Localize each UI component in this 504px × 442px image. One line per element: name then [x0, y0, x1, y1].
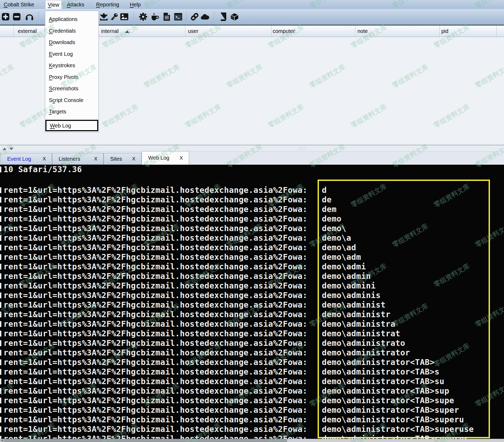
keystroke-text: de [322, 195, 332, 205]
view-menu-item-targets[interactable]: Targets [45, 106, 98, 117]
view-menu-item-proxy-pivots[interactable]: Proxy Pivots [45, 71, 98, 83]
request-text: rent=1&url=https%3A%2F%2Fhgcbizmail.host… [3, 386, 307, 396]
tabbar: Event LogXListenersXSitesXWeb LogX [0, 152, 504, 165]
request-text: rent=1&url=https%3A%2F%2Fhgcbizmail.host… [3, 281, 307, 291]
keystroke-text: demo\administrator<TAB>s [322, 367, 439, 377]
book-icon[interactable] [219, 12, 228, 21]
column-header-note[interactable]: note [355, 26, 440, 37]
tab-close-button[interactable]: X [130, 156, 141, 162]
cube-icon[interactable] [230, 12, 239, 21]
view-menu-item-credentials[interactable]: Credentials [45, 25, 98, 37]
screenshot-image-icon[interactable] [120, 12, 129, 21]
weblog-row: rent=1&url=https%3A%2F%2Fhgcbizmail.host… [0, 195, 504, 205]
request-text: rent=1&url=https%3A%2F%2Fhgcbizmail.host… [3, 243, 307, 252]
weblog-row: rent=1&url=https%3A%2F%2Fhgcbizmail.host… [0, 415, 504, 424]
clipped-char [0, 312, 1, 317]
clipped-char [0, 187, 1, 193]
splitter-bar[interactable]: ·········· [0, 145, 504, 152]
keystroke-text: demo\administrato [322, 338, 405, 348]
download-icon[interactable] [99, 12, 108, 21]
request-text: rent=1&url=https%3A%2F%2Fhgcbizmail.host… [3, 262, 307, 271]
scroll-left-button[interactable] [0, 439, 4, 442]
tab-label: Event Log [1, 156, 40, 162]
terminal-console-icon[interactable] [174, 12, 183, 21]
left-arrow-icon [1, 439, 3, 441]
view-menu-item-script-console[interactable]: Script Console [45, 95, 98, 106]
column-header-pid[interactable]: pid [440, 26, 497, 37]
keystroke-text: demo\admini [322, 281, 376, 291]
request-text: rent=1&url=https%3A%2F%2Fhgcbizmail.host… [3, 300, 307, 310]
menubar-item-help[interactable]: Help [127, 0, 143, 9]
tab-close-button[interactable]: X [177, 155, 189, 161]
useragent-text: 10 Safari/537.36 [3, 165, 82, 174]
keystroke-text: demo\administrator<TAB>super [322, 405, 459, 415]
menubar-item-view[interactable]: View [45, 0, 62, 9]
splitter-grip-icon[interactable]: ·········· [299, 146, 307, 150]
gear-icon[interactable] [139, 12, 148, 21]
weblog-row: rent=1&url=https%3A%2F%2Fhgcbizmail.host… [0, 348, 504, 358]
view-menu-item-screenshots[interactable]: Screenshots [45, 83, 98, 94]
column-header-internal[interactable]: internal [97, 26, 185, 37]
tab-listeners[interactable]: ListenersX [52, 153, 104, 165]
keystroke-text: demo\administrator<TAB>superus [322, 434, 469, 439]
tab-close-button[interactable]: X [40, 156, 52, 162]
keystroke-text: demo\administrator<TAB> [322, 358, 435, 367]
plus-icon[interactable] [1, 12, 10, 21]
cloud-icon[interactable] [200, 12, 210, 21]
report-document-icon[interactable] [162, 12, 171, 21]
horizontal-scrollbar[interactable] [0, 439, 504, 442]
cobalt-strike-window: Cobalt StrikeViewAttacksReportingHelp ex… [0, 0, 504, 442]
keystroke-text: demo\adminis [322, 291, 381, 300]
view-menu-item-applications[interactable]: Applications [45, 14, 98, 25]
weblog-row: rent=1&url=https%3A%2F%2Fhgcbizmail.host… [0, 205, 504, 214]
clipped-char [0, 436, 1, 439]
weblog-console[interactable]: 10 Safari/537.36rent=1&url=https%3A%2F%2… [0, 165, 504, 439]
tab-web-log[interactable]: Web LogX [142, 151, 189, 165]
request-text: rent=1&url=https%3A%2F%2Fhgcbizmail.host… [3, 358, 307, 367]
coffee-icon[interactable] [150, 12, 159, 21]
weblog-row: rent=1&url=https%3A%2F%2Fhgcbizmail.host… [0, 329, 504, 338]
column-header-computer[interactable]: computer [272, 26, 355, 37]
view-menu-item-event-log[interactable]: Event Log [45, 48, 98, 60]
header-trailing [497, 26, 504, 37]
minus-icon[interactable] [12, 12, 21, 21]
tab-close-button[interactable]: X [92, 156, 103, 162]
column-header-user[interactable]: user [185, 26, 272, 37]
request-text: rent=1&url=https%3A%2F%2Fhgcbizmail.host… [3, 195, 307, 205]
splitter-up-icon[interactable] [3, 148, 6, 150]
clipped-char [0, 388, 1, 394]
clipped-char [0, 407, 1, 413]
weblog-row: rent=1&url=https%3A%2F%2Fhgcbizmail.host… [0, 338, 504, 348]
menubar-item-cobalt-strike[interactable]: Cobalt Strike [1, 0, 37, 9]
clipped-char [0, 417, 1, 423]
view-menu-item-keystrokes[interactable]: Keystrokes [45, 60, 98, 71]
weblog-row: rent=1&url=https%3A%2F%2Fhgcbizmail.host… [0, 424, 504, 434]
keystroke-text: demo\admi [322, 262, 366, 271]
menubar-item-attacks[interactable]: Attacks [65, 0, 87, 9]
keystroke-text: demo [322, 214, 341, 224]
request-text: rent=1&url=https%3A%2F%2Fhgcbizmail.host… [3, 214, 307, 224]
keystroke-text: demo\a [322, 233, 351, 243]
key-icon[interactable] [110, 12, 119, 21]
tab-sites[interactable]: SitesX [104, 153, 142, 165]
toolbar-separator [134, 11, 134, 22]
menubar-item-reporting[interactable]: Reporting [94, 0, 122, 9]
weblog-row: rent=1&url=https%3A%2F%2Fhgcbizmail.host… [0, 243, 504, 252]
headphones-icon[interactable] [25, 12, 34, 21]
clipped-char [0, 398, 1, 403]
keystroke-text: demo\ad [322, 243, 356, 252]
tab-event-log[interactable]: Event LogX [1, 153, 52, 165]
weblog-row: rent=1&url=https%3A%2F%2Fhgcbizmail.host… [0, 271, 504, 281]
view-menu-item-downloads[interactable]: Downloads [45, 37, 98, 48]
weblog-row: rent=1&url=https%3A%2F%2Fhgcbizmail.host… [0, 367, 504, 377]
tab-label: Listeners [52, 156, 92, 162]
scrollbar-thumb[interactable] [4, 439, 287, 442]
clipped-char [0, 283, 1, 289]
splitter-down-icon[interactable] [10, 148, 13, 150]
keystroke-text: demo\admin [322, 271, 371, 281]
request-text: rent=1&url=https%3A%2F%2Fhgcbizmail.host… [3, 252, 307, 262]
view-menu-item-web-log[interactable]: Web Log [45, 120, 98, 131]
request-text: rent=1&url=https%3A%2F%2Fhgcbizmail.host… [3, 185, 307, 195]
link-icon[interactable] [190, 12, 199, 21]
weblog-row: rent=1&url=https%3A%2F%2Fhgcbizmail.host… [0, 233, 504, 243]
